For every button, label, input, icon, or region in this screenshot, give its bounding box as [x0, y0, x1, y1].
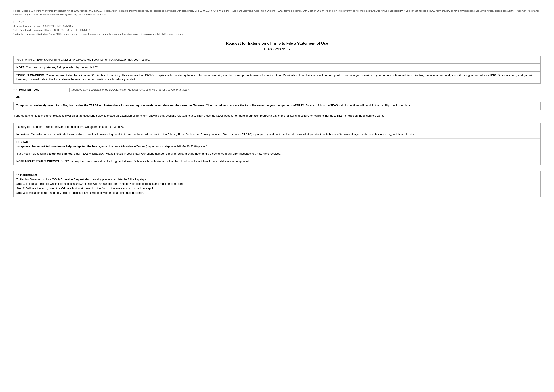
- upload-bold: To upload a previously saved form file, …: [16, 104, 290, 107]
- hyperlink-row: Each hyperlinked term links to relevant …: [14, 123, 540, 131]
- serial-number-row: * * Serial Number: (required only if com…: [14, 88, 540, 92]
- allowance-notice-text: You may file an Extension of Time ONLY a…: [16, 58, 150, 61]
- note-box: NOTE: You must complete any field preced…: [14, 64, 540, 71]
- step3-rest: If validation of all mandatory fields is…: [26, 191, 144, 195]
- serial-number-hint: (required only if completing the SOU Ext…: [71, 88, 190, 92]
- page-subtitle: TEAS - Version 7.7: [14, 47, 540, 52]
- status-row: NOTE ABOUT STATUS CHECKS: Do NOT attempt…: [14, 158, 540, 165]
- note-text: NOTE: You must complete any field preced…: [16, 66, 99, 69]
- timeout-warning-box: TIMEOUT WARNING: You're required to log …: [14, 71, 540, 83]
- status-text: NOTE ABOUT STATUS CHECKS: Do NOT attempt…: [16, 160, 249, 163]
- upload-box: To upload a previously saved form file, …: [14, 102, 540, 110]
- required-star: *: [14, 88, 14, 92]
- important-row: Important: Once this form is submitted e…: [14, 131, 540, 138]
- validate-bold: Validate: [61, 187, 71, 190]
- trademark-email-link[interactable]: TrademarkAssistanceCenter@uspto.gov: [109, 145, 159, 148]
- technical-text: If you need help resolving technical gli…: [16, 152, 281, 155]
- timeout-warning-text: TIMEOUT WARNING: You're required to log …: [16, 74, 533, 81]
- serial-number-label: * Serial Number:: [16, 88, 39, 92]
- contact-row: CONTACT: For general trademark informati…: [14, 138, 540, 150]
- pto-agency-line: U.S. Patent and Trademark Office; U.S. D…: [14, 29, 93, 31]
- step2-bold: Step 2.: [16, 187, 26, 190]
- teas-help-link[interactable]: TEAS Help instructions for accessing pre…: [89, 104, 169, 107]
- technical-bold: technical glitches: [49, 152, 72, 155]
- step2-rest: Validate the form, using the Validate bu…: [26, 187, 154, 190]
- hyperlink-text: Each hyperlinked term links to relevant …: [16, 125, 124, 128]
- page-title: Request for Extension of Time to File a …: [14, 41, 540, 46]
- pto-approved-line: Approved for use through 03/31/2024. OMB…: [14, 25, 74, 28]
- teas-email-link[interactable]: TEAS@uspto.gov: [242, 133, 264, 136]
- pto-info-section: PTO-1581 Approved for use through 03/31/…: [14, 20, 540, 36]
- technical-row: If you need help resolving technical gli…: [14, 150, 540, 158]
- upload-text: To upload a previously saved form file, …: [16, 104, 411, 107]
- pto-reduction-line: Under the Paperwork Reduction Act of 199…: [14, 33, 184, 35]
- contact-text: For general trademark information or hel…: [16, 145, 209, 148]
- info-section: Each hyperlinked term links to relevant …: [14, 123, 540, 165]
- instructions-label: * * Instructions:: [16, 173, 37, 176]
- step1-rest: Fill out all fields for which informatio…: [26, 182, 184, 185]
- allowance-notice-box: You may file an Extension of Time ONLY a…: [14, 56, 540, 64]
- instructions-intro: To file this Statement of Use (SOU) Exte…: [16, 178, 147, 181]
- if-appropriate-text: If appropriate to file at this time, ple…: [14, 114, 540, 118]
- step1-bold: Step 1.: [16, 182, 26, 185]
- teas-technical-email[interactable]: TEAS@uspto.gov: [81, 152, 104, 155]
- instructions-box: * * Instructions: To file this Statement…: [14, 171, 540, 197]
- serial-number-input[interactable]: [41, 88, 70, 92]
- timeout-bold: TIMEOUT WARNING:: [16, 74, 45, 77]
- notice-section: Notice: Section 508 of the Workforce Inv…: [14, 9, 540, 16]
- important-bold: Important:: [16, 133, 30, 136]
- contact-bold: general trademark information or help na…: [21, 145, 100, 148]
- or-label: OR: [16, 95, 540, 99]
- status-bold: NOTE ABOUT STATUS CHECKS:: [16, 160, 60, 163]
- timeout-rest: You're required to log back in after 30 …: [16, 74, 533, 81]
- instructions-label-text: * Instructions:: [18, 173, 37, 176]
- pto-form-number: PTO-1581: [14, 21, 25, 23]
- step3-text: Step 3. If validation of all mandatory f…: [16, 191, 144, 195]
- important-text: Once this form is submitted electronical…: [31, 133, 415, 136]
- step1-text: Step 1. Fill out all fields for which in…: [16, 182, 184, 185]
- upload-warning: WARNING: Failure to follow the TEAS Help…: [291, 104, 411, 107]
- help-link[interactable]: HELP: [337, 114, 344, 117]
- notice-text: Notice: Section 508 of the Workforce Inv…: [14, 9, 540, 16]
- step3-bold: Step 3.: [16, 191, 26, 195]
- step2-text: Step 2. Validate the form, using the Val…: [16, 187, 154, 190]
- contact-label: CONTACT:: [16, 140, 30, 144]
